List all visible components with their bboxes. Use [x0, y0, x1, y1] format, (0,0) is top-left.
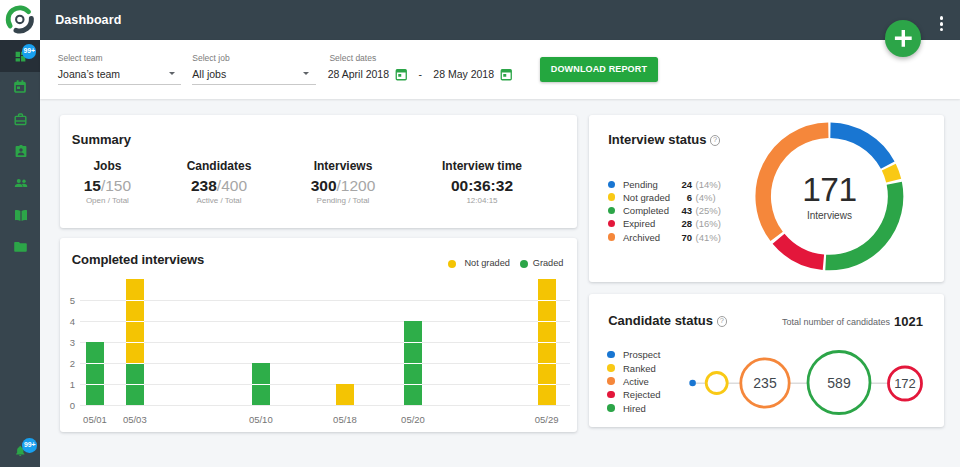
svg-text:235: 235 — [753, 375, 777, 391]
svg-text:172: 172 — [894, 376, 916, 391]
svg-text:589: 589 — [827, 375, 851, 391]
